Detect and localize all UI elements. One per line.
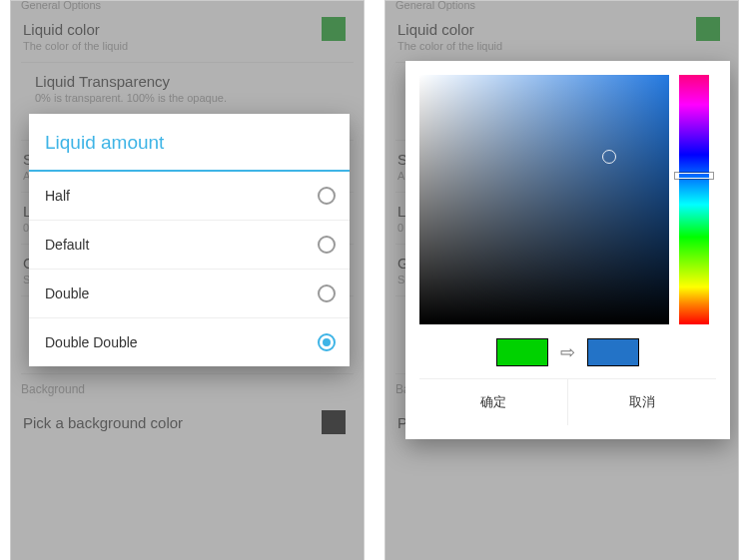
swatch-old-color [496, 338, 548, 366]
option-default[interactable]: Default [29, 221, 350, 270]
hue-slider[interactable] [679, 75, 709, 324]
sv-cursor-icon[interactable] [602, 150, 616, 164]
swatch-new-color [587, 338, 639, 366]
option-label: Half [45, 188, 70, 204]
picker-button-row: 确定 取消 [419, 378, 716, 425]
screen-left: General Options Liquid color The color o… [11, 1, 364, 560]
device-left: General Options Liquid color The color o… [10, 0, 365, 560]
color-compare: ⇨ [419, 338, 716, 366]
hue-cursor-icon[interactable] [675, 173, 713, 179]
dialog-title: Liquid amount [29, 114, 350, 172]
option-double[interactable]: Double [29, 270, 350, 318]
sv-black-gradient [419, 75, 669, 324]
radio-icon [318, 187, 336, 205]
screen-right: General Options Liquid color The color o… [385, 1, 738, 560]
option-label: Double Double [45, 334, 138, 350]
cancel-button[interactable]: 取消 [568, 379, 716, 425]
option-label: Default [45, 237, 89, 253]
dialog-color-picker: ⇨ 确定 取消 [405, 61, 730, 439]
ok-button[interactable]: 确定 [419, 379, 568, 425]
device-right: General Options Liquid color The color o… [384, 0, 739, 560]
two-screenshots-layout: General Options Liquid color The color o… [0, 0, 749, 560]
arrow-right-icon: ⇨ [560, 341, 575, 363]
radio-icon-checked [318, 333, 336, 351]
color-picker-body [419, 75, 716, 324]
radio-icon [318, 284, 336, 302]
option-label: Double [45, 285, 89, 301]
option-double-double[interactable]: Double Double [29, 318, 350, 366]
dialog-liquid-amount: Liquid amount Half Default Double Double… [29, 114, 350, 366]
radio-icon [318, 236, 336, 254]
option-half[interactable]: Half [29, 172, 350, 221]
saturation-value-panel[interactable] [419, 75, 669, 324]
